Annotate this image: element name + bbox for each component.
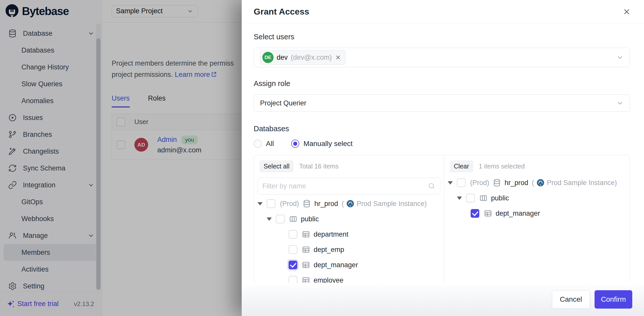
chip-email: (dev@x.com) (291, 54, 332, 62)
cancel-button[interactable]: Cancel (552, 290, 590, 309)
database-name: hr_prod (314, 200, 338, 208)
tree-checkbox[interactable] (466, 194, 475, 202)
radio-manually-select[interactable] (291, 140, 299, 148)
tree-checkbox[interactable] (289, 245, 297, 254)
close-icon[interactable] (622, 7, 631, 16)
tree-row-instance[interactable]: (Prod) hr_prod ( Prod Sample Instanc (257, 196, 440, 211)
schema-name: public (491, 194, 509, 202)
source-panel-header: Select all Total 16 items (257, 160, 440, 172)
assign-role-label: Assign role (254, 79, 630, 88)
database-scope-radios: All Manually select (254, 140, 630, 148)
select-all-button[interactable]: Select all (260, 160, 293, 172)
transfer-selected-panel: Clear 1 items selected (Prod) hr_prod ( (444, 155, 629, 283)
table-icon (302, 276, 310, 283)
tree-checkbox-checked[interactable] (289, 261, 297, 269)
tree-row-schema[interactable]: public (257, 211, 440, 227)
tree-row-table[interactable]: employee (257, 273, 440, 283)
env-label: (Prod) (470, 179, 489, 187)
database-icon (303, 200, 311, 208)
table-name: dept_manager (314, 261, 358, 269)
confirm-button[interactable]: Confirm (595, 290, 632, 309)
instance-label: ( Prod Sample Instance) (532, 178, 617, 187)
table-icon (302, 230, 310, 238)
paren: ( (532, 179, 534, 187)
schema-icon (479, 194, 487, 202)
paren: ( (342, 200, 344, 208)
table-icon (302, 261, 310, 269)
total-count-label: Total 16 items (299, 163, 338, 170)
tree-row-schema[interactable]: public (448, 190, 626, 206)
schema-icon (289, 215, 297, 223)
tree-checkbox[interactable] (276, 215, 285, 223)
caret-down-icon[interactable] (267, 217, 272, 221)
select-users-label: Select users (254, 33, 630, 41)
env-label: (Prod) (280, 200, 299, 208)
clear-button[interactable]: Clear (450, 160, 473, 172)
caret-down-icon[interactable] (257, 202, 263, 205)
transfer-source-panel: Select all Total 16 items (Prod) hr_prod (254, 155, 444, 283)
postgresql-icon (536, 178, 545, 187)
filter-box (257, 178, 440, 195)
radio-all[interactable] (254, 140, 262, 148)
tree-row-instance[interactable]: (Prod) hr_prod ( Prod Sample Instanc (448, 175, 626, 190)
postgresql-icon (346, 199, 355, 208)
tree-row-table[interactable]: dept_manager (257, 257, 440, 273)
filter-input[interactable] (262, 182, 428, 190)
chevron-down-icon (616, 99, 624, 107)
users-multiselect[interactable]: DE dev (dev@x.com) (254, 48, 630, 67)
remove-chip-icon[interactable] (335, 54, 341, 61)
chip-avatar: DE (262, 52, 274, 63)
instance-name: Prod Sample Instance) (357, 200, 427, 208)
databases-label: Databases (254, 125, 630, 133)
table-name: dept_emp (314, 246, 344, 254)
user-chip: DE dev (dev@x.com) (260, 50, 346, 65)
database-icon (493, 179, 501, 187)
tree-checkbox-checked[interactable] (471, 209, 479, 218)
radio-manual-label: Manually select (303, 140, 353, 148)
table-icon (302, 246, 310, 254)
modal-footer: Cancel Confirm (242, 283, 644, 316)
tree-row-table[interactable]: department (257, 227, 440, 242)
selected-count-label: 1 items selected (479, 163, 525, 170)
schema-name: public (301, 215, 319, 223)
caret-down-icon[interactable] (457, 197, 462, 200)
database-transfer-panel: Select all Total 16 items (Prod) hr_prod (254, 155, 630, 283)
tree-row-table[interactable]: dept_emp (257, 242, 440, 257)
database-name: hr_prod (505, 179, 528, 187)
caret-down-icon[interactable] (448, 181, 453, 185)
tree-checkbox[interactable] (267, 199, 275, 208)
table-name: employee (314, 276, 343, 283)
table-icon (484, 209, 492, 217)
chip-name: dev (277, 54, 288, 62)
instance-label: ( Prod Sample Instance) (342, 199, 427, 208)
selected-panel-header: Clear 1 items selected (448, 160, 626, 172)
source-tree: (Prod) hr_prod ( Prod Sample Instanc (257, 196, 440, 283)
tree-checkbox[interactable] (457, 178, 466, 187)
modal-header: Grant Access (242, 0, 644, 23)
tree-checkbox[interactable] (289, 276, 297, 283)
modal-body: Select users DE dev (dev@x.com) Assign r… (242, 23, 644, 283)
role-value: Project Querier (260, 99, 306, 107)
modal-title: Grant Access (254, 7, 309, 17)
search-icon (428, 182, 435, 190)
instance-name: Prod Sample Instance) (547, 179, 617, 187)
chevron-down-icon (616, 54, 624, 61)
role-select[interactable]: Project Querier (254, 94, 630, 112)
table-name: dept_manager (496, 210, 540, 217)
tree-checkbox[interactable] (289, 230, 297, 239)
radio-all-label: All (266, 140, 274, 148)
tree-row-table[interactable]: dept_manager (448, 206, 626, 221)
grant-access-modal: Grant Access Select users DE dev (dev@x.… (242, 0, 644, 316)
selected-tree: (Prod) hr_prod ( Prod Sample Instanc (448, 175, 626, 221)
table-name: department (314, 230, 349, 238)
